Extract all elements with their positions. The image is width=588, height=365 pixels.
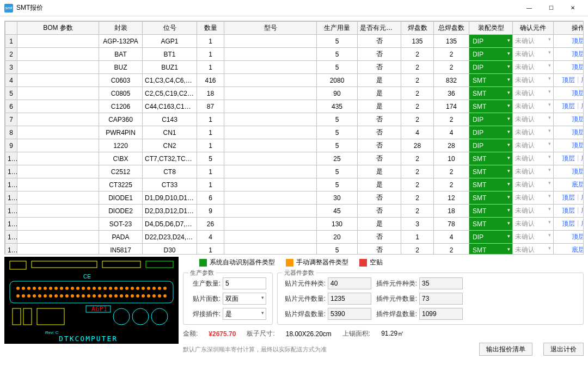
table-row[interactable]: 4C0603C1,C3,C4,C6,C7,...4162080是2832SMT未…: [5, 74, 584, 87]
col-header[interactable]: 型号: [224, 22, 317, 35]
layer-link[interactable]: 底层: [572, 245, 584, 255]
layer-link[interactable]: 底层: [581, 102, 584, 111]
table-row[interactable]: 10C\BXCT7,CT32,TC1,T...525否210SMT未确认顶层|底…: [5, 152, 584, 165]
layer-link[interactable]: 顶层: [562, 102, 575, 111]
col-header[interactable]: 焊盘数: [401, 22, 434, 35]
layer-link[interactable]: 底层: [581, 76, 584, 85]
table-row[interactable]: 5C0805C2,C5,C19,C21,...1890是236SMT未确认顶层: [5, 87, 584, 100]
col-header[interactable]: BOM 参数: [17, 22, 99, 35]
cell-confirm-select[interactable]: 未确认: [513, 139, 554, 152]
cell-confirm-select[interactable]: 未确认: [513, 48, 554, 61]
cell-assembly-type-select[interactable]: SMT: [469, 205, 513, 218]
table-row[interactable]: 6C1206C44,C163,C166,...87435是2174SMT未确认顶…: [5, 100, 584, 113]
cell-confirm-select[interactable]: 未确认: [513, 126, 554, 139]
layer-link[interactable]: 顶层: [562, 76, 575, 85]
prod-qty-input[interactable]: [223, 277, 266, 289]
cell-assembly-type-select[interactable]: SMT: [469, 74, 513, 87]
cell-assembly-type-select[interactable]: SMT: [469, 244, 513, 255]
cell-confirm-select[interactable]: 未确认: [513, 61, 554, 74]
svg-point-34: [163, 287, 167, 290]
cell-assembly-type-select[interactable]: SMT: [469, 152, 513, 165]
col-header[interactable]: 数量: [197, 22, 224, 35]
col-header[interactable]: 装配类型: [469, 22, 513, 35]
prod-solder-select[interactable]: [223, 308, 266, 320]
minimize-button[interactable]: —: [518, 0, 540, 16]
table-row[interactable]: 91220CN215否2828DIP未确认顶层: [5, 139, 584, 152]
col-header[interactable]: 是否有元件库: [358, 22, 401, 35]
cell-assembly-type-select[interactable]: DIP: [469, 35, 513, 48]
cell-confirm-select[interactable]: 未确认: [513, 113, 554, 126]
cell-assembly-type-select[interactable]: DIP: [469, 231, 513, 244]
cell-assembly-type-select[interactable]: SMT: [469, 218, 513, 231]
table-row[interactable]: 13DIODE1D1,D9,D10,D11,...630否212SMT未确认顶层…: [5, 191, 584, 205]
table-row[interactable]: 16PADAD22,D23,D24,D25420否14DIP未确认顶层: [5, 231, 584, 244]
col-header[interactable]: 操作: [554, 22, 584, 35]
layer-link[interactable]: 顶层: [572, 115, 584, 124]
layer-link[interactable]: 顶层: [572, 141, 584, 150]
layer-link[interactable]: 底层: [581, 193, 584, 202]
layer-link[interactable]: 顶层: [572, 232, 584, 242]
cell-assembly-type-select[interactable]: SMT: [469, 165, 513, 178]
cell-assembly-type-select[interactable]: DIP: [469, 126, 513, 139]
cell-confirm-select[interactable]: 未确认: [513, 165, 554, 178]
table-row[interactable]: 14DIODE2D2,D3,D12,D16,...945否218SMT未确认顶层…: [5, 205, 584, 218]
layer-link[interactable]: 顶层: [562, 219, 575, 228]
cell-assembly-type-select[interactable]: DIP: [469, 113, 513, 126]
layer-link[interactable]: 底层: [572, 180, 584, 189]
layer-link[interactable]: 顶层: [572, 89, 584, 98]
svg-point-31: [147, 287, 150, 290]
col-header[interactable]: 确认元件: [513, 22, 554, 35]
cell-confirm-select[interactable]: 未确认: [513, 74, 554, 87]
table-row[interactable]: 11C2512CT815是22SMT未确认顶层: [5, 165, 584, 178]
layer-link[interactable]: 顶层: [572, 167, 584, 176]
cell-refdes: CT33: [143, 178, 197, 191]
cell-assembly-type-select[interactable]: SMT: [469, 87, 513, 100]
layer-link[interactable]: 顶层: [572, 50, 584, 59]
cell-confirm-select[interactable]: 未确认: [513, 218, 554, 231]
table-row[interactable]: 8PWR4PINCN115否44DIP未确认顶层: [5, 126, 584, 139]
cell-confirm-select[interactable]: 未确认: [513, 152, 554, 165]
cell-confirm-select[interactable]: 未确认: [513, 100, 554, 113]
layer-link[interactable]: 底层: [581, 219, 584, 228]
table-row[interactable]: 7CAP360C14315否22DIP未确认顶层: [5, 113, 584, 126]
maximize-button[interactable]: ☐: [540, 0, 562, 16]
layer-link[interactable]: 顶层: [572, 128, 584, 137]
layer-link[interactable]: 顶层: [572, 36, 584, 46]
close-button[interactable]: ✕: [562, 0, 584, 16]
svg-point-38: [33, 294, 36, 298]
cell-assembly-type-select[interactable]: SMT: [469, 100, 513, 113]
table-row[interactable]: 2BATBT115否22DIP未确认顶层: [5, 48, 584, 61]
cell-confirm-select[interactable]: 未确认: [513, 35, 554, 48]
layer-link[interactable]: 顶层: [562, 206, 575, 215]
col-header[interactable]: 生产用量: [317, 22, 358, 35]
table-row[interactable]: 1AGP-132PAAGP115否135135DIP未确认顶层: [5, 35, 584, 48]
cell-confirm-select[interactable]: 未确认: [513, 87, 554, 100]
cell-assembly-type-select[interactable]: DIP: [469, 61, 513, 74]
layer-link[interactable]: 底层: [581, 206, 584, 215]
layer-link[interactable]: 顶层: [562, 154, 575, 163]
cell-assembly-type-select[interactable]: SMT: [469, 178, 513, 191]
table-row[interactable]: 3BUZBUZ115否22DIP未确认顶层: [5, 61, 584, 74]
cell-assembly-type-select[interactable]: SMT: [469, 191, 513, 205]
col-header[interactable]: 封装: [99, 22, 143, 35]
table-row[interactable]: 17IN5817D3015否22SMT未确认底层: [5, 244, 584, 255]
cell-confirm-select[interactable]: 未确认: [513, 205, 554, 218]
prod-side-select[interactable]: [223, 293, 266, 305]
row-number: 2: [5, 48, 17, 61]
cell-confirm-select[interactable]: 未确认: [513, 231, 554, 244]
exit-quote-button[interactable]: 退出计价: [543, 343, 584, 356]
col-header[interactable]: 总焊盘数: [434, 22, 469, 35]
cell-assembly-type-select[interactable]: DIP: [469, 139, 513, 152]
layer-link[interactable]: 顶层: [572, 63, 584, 72]
layer-link[interactable]: 底层: [581, 154, 584, 163]
cell-confirm-select[interactable]: 未确认: [513, 178, 554, 191]
cell-assembly-type-select[interactable]: DIP: [469, 48, 513, 61]
cell-confirm-select[interactable]: 未确认: [513, 244, 554, 255]
export-quote-button[interactable]: 输出报价清单: [479, 343, 532, 356]
cell-confirm-select[interactable]: 未确认: [513, 191, 554, 205]
layer-link[interactable]: 顶层: [562, 193, 575, 202]
table-row[interactable]: 15SOT-23D4,D5,D6,D7,D8...26130是378SMT未确认…: [5, 218, 584, 231]
table-scroll[interactable]: BOM 参数封装位号数量型号生产用量是否有元件库焊盘数总焊盘数装配类型确认元件操…: [4, 21, 584, 255]
col-header[interactable]: 位号: [143, 22, 197, 35]
table-row[interactable]: 12CT3225CT3315是22SMT未确认底层: [5, 178, 584, 191]
